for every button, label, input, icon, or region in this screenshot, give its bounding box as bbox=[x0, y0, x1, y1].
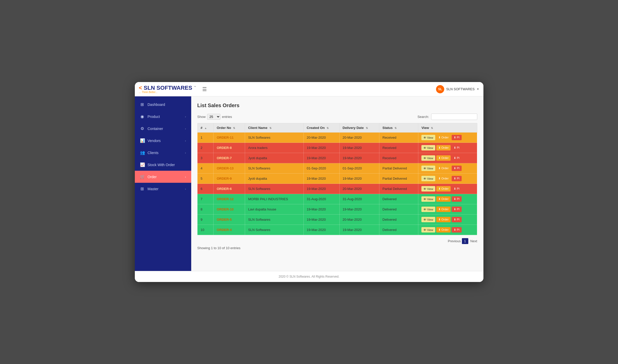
action-btn-group: 👁 View ⬇ Order ⬇ PI bbox=[421, 196, 474, 202]
pi-button[interactable]: ⬇ PI bbox=[452, 176, 461, 181]
sort-icon: ⇅ bbox=[366, 127, 368, 129]
container-icon: ⚙ bbox=[140, 126, 145, 131]
view-button[interactable]: 👁 View bbox=[421, 135, 435, 140]
cell-client: SLN Softwares bbox=[245, 163, 303, 174]
sidebar-item-order[interactable]: 🛒 Order › bbox=[135, 171, 191, 183]
table-row: 1 ORDER-11 SLN Softwares 20-Mar-2020 20-… bbox=[197, 133, 477, 143]
user-avatar: SL bbox=[436, 85, 444, 93]
sidebar-item-container[interactable]: ⚙ Container › bbox=[135, 123, 191, 135]
sidebar-item-stock[interactable]: 📈 Stock With Order bbox=[135, 159, 191, 171]
order-chevron-icon: › bbox=[185, 175, 186, 178]
top-nav: < SLN SOFTWARES ™ ... Think Better... ☰ … bbox=[135, 82, 483, 96]
stock-icon: 📈 bbox=[140, 162, 145, 167]
view-button[interactable]: 👁 View bbox=[421, 207, 435, 212]
view-button[interactable]: 👁 View bbox=[421, 186, 435, 191]
view-button[interactable]: 👁 View bbox=[421, 196, 435, 202]
pi-button[interactable]: ⬇ PI bbox=[452, 196, 461, 202]
order-button[interactable]: ⬇ Order bbox=[436, 227, 451, 232]
sort-icon: ⇅ bbox=[269, 127, 271, 129]
search-input[interactable] bbox=[431, 114, 477, 120]
sidebar-label-order: Order bbox=[148, 175, 157, 179]
hamburger-menu[interactable]: ☰ bbox=[200, 85, 209, 93]
sidebar-label-container: Container bbox=[148, 127, 163, 131]
table-row: 3 ORDER-7 Jyoti dupatta 19-Mar-2020 19-M… bbox=[197, 153, 477, 163]
col-created-on[interactable]: Created On ⇅ bbox=[303, 123, 339, 133]
action-btn-group: 👁 View ⬇ Order ⬇ PI bbox=[421, 166, 474, 171]
cell-order-no: ORDER-7 bbox=[214, 153, 245, 163]
cell-view: 👁 View ⬇ Order ⬇ PI bbox=[418, 215, 477, 225]
order-button[interactable]: ⬇ Order bbox=[436, 145, 451, 150]
cell-client: Jyoti dupatta bbox=[245, 174, 303, 184]
pi-button[interactable]: ⬇ PI bbox=[452, 217, 461, 222]
cell-client: Arora traders bbox=[245, 143, 303, 153]
pi-button[interactable]: ⬇ PI bbox=[452, 207, 461, 212]
cell-created: 31-Aug-2020 bbox=[303, 194, 339, 204]
view-button[interactable]: 👁 View bbox=[421, 166, 435, 171]
cell-order-no: ORDER-8 bbox=[214, 143, 245, 153]
pi-button[interactable]: ⬇ PI bbox=[452, 155, 461, 161]
col-order-no[interactable]: Order No ⇅ bbox=[214, 123, 245, 133]
nav-right: SL SLN SOFTWARES ▼ bbox=[436, 85, 479, 93]
action-btn-group: 👁 View ⬇ Order ⬇ PI bbox=[421, 135, 474, 140]
order-button[interactable]: ⬇ Order bbox=[436, 196, 451, 202]
sidebar-item-vendors[interactable]: 📊 Vendors › bbox=[135, 135, 191, 147]
entries-label: entries bbox=[222, 115, 232, 119]
cell-client: MORBI PALI INDUSTRIES bbox=[245, 194, 303, 204]
order-button[interactable]: ⬇ Order bbox=[436, 186, 451, 191]
page-btn-1[interactable]: 1 bbox=[462, 238, 468, 244]
cell-client: Jyoti dupatta bbox=[245, 153, 303, 163]
view-button[interactable]: 👁 View bbox=[421, 227, 435, 232]
view-button[interactable]: 👁 View bbox=[421, 145, 435, 150]
entries-select[interactable]: 10 25 50 100 bbox=[207, 114, 220, 120]
order-button[interactable]: ⬇ Order bbox=[436, 217, 451, 222]
col-client-name[interactable]: Client Name ⇅ bbox=[245, 123, 303, 133]
cell-created: 19-Mar-2020 bbox=[303, 215, 339, 225]
cell-view: 👁 View ⬇ Order ⬇ PI bbox=[418, 133, 477, 143]
order-button[interactable]: ⬇ Order bbox=[436, 176, 451, 181]
logo: < SLN SOFTWARES ™ ... Think Better... bbox=[139, 85, 196, 94]
view-button[interactable]: 👁 View bbox=[421, 155, 435, 161]
cell-created: 19-Mar-2020 bbox=[303, 225, 339, 235]
order-button[interactable]: ⬇ Order bbox=[436, 207, 451, 212]
sidebar-item-dashboard[interactable]: ⊞ Dashboard bbox=[135, 98, 191, 110]
pi-button[interactable]: ⬇ PI bbox=[452, 145, 461, 150]
col-status[interactable]: Status ⇅ bbox=[379, 123, 418, 133]
view-button[interactable]: 👁 View bbox=[421, 176, 435, 181]
cell-order-no: ORDER-13 bbox=[214, 163, 245, 174]
table-row: 5 ORDER-9 Jyoti dupatta 19-Mar-2020 19-M… bbox=[197, 174, 477, 184]
cell-status: Partial Delivered bbox=[379, 184, 418, 194]
action-btn-group: 👁 View ⬇ Order ⬇ PI bbox=[421, 207, 474, 212]
sidebar-item-clients[interactable]: 👥 Clients › bbox=[135, 147, 191, 159]
logo-text: SLN SOFTWARES bbox=[144, 85, 192, 91]
pagination: Previous 1 Next bbox=[197, 238, 477, 244]
pi-button[interactable]: ⬇ PI bbox=[452, 227, 461, 232]
order-button[interactable]: ⬇ Order bbox=[436, 155, 451, 161]
cell-delivery: 19-Mar-2020 bbox=[339, 153, 379, 163]
cell-created: 01-Sep-2020 bbox=[303, 163, 339, 174]
cell-delivery: 01-Sep-2020 bbox=[339, 163, 379, 174]
sidebar-item-master[interactable]: ⊞ Master › bbox=[135, 183, 191, 195]
user-dropdown-arrow[interactable]: ▼ bbox=[477, 88, 479, 90]
order-icon: 🛒 bbox=[140, 174, 145, 179]
pi-button[interactable]: ⬇ PI bbox=[452, 135, 461, 140]
pi-button[interactable]: ⬇ PI bbox=[452, 186, 461, 191]
cell-status: Received bbox=[379, 153, 418, 163]
pagination-previous[interactable]: Previous bbox=[448, 239, 461, 243]
cell-client: SLN Softwares bbox=[245, 184, 303, 194]
cell-status: Received bbox=[379, 133, 418, 143]
sort-icon: ⇅ bbox=[431, 127, 433, 129]
view-button[interactable]: 👁 View bbox=[421, 217, 435, 222]
col-delivery-date[interactable]: Delivery Date ⇅ bbox=[339, 123, 379, 133]
dashboard-icon: ⊞ bbox=[140, 102, 145, 107]
pagination-next[interactable]: Next bbox=[470, 239, 477, 243]
cell-status: Delivered bbox=[379, 204, 418, 215]
sidebar-item-product[interactable]: ◉ Product › bbox=[135, 110, 191, 123]
show-label: Show bbox=[197, 115, 206, 119]
clients-icon: 👥 bbox=[140, 150, 145, 155]
order-button[interactable]: ⬇ Order bbox=[436, 166, 451, 171]
container-chevron-icon: › bbox=[185, 127, 186, 130]
cell-num: 4 bbox=[197, 163, 214, 174]
cell-status: Partial Delivered bbox=[379, 163, 418, 174]
pi-button[interactable]: ⬇ PI bbox=[452, 166, 461, 171]
order-button[interactable]: ⬇ Order bbox=[436, 135, 451, 140]
